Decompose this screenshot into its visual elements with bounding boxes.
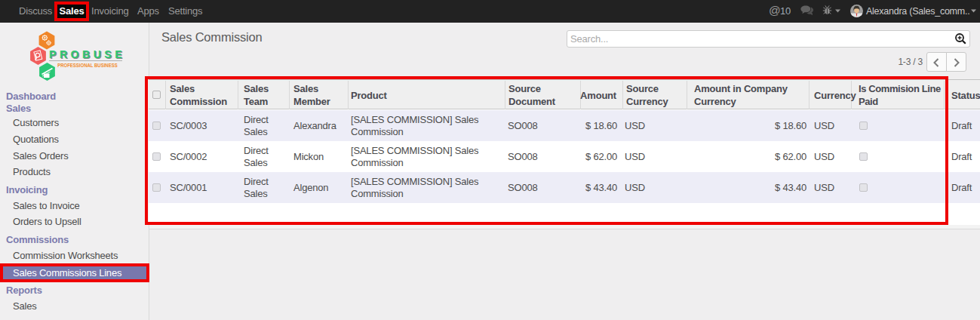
svg-text:PROFESSIONAL BUSINESS: PROFESSIONAL BUSINESS — [57, 63, 118, 69]
svg-text:PROBUSE: PROBUSE — [49, 48, 125, 60]
